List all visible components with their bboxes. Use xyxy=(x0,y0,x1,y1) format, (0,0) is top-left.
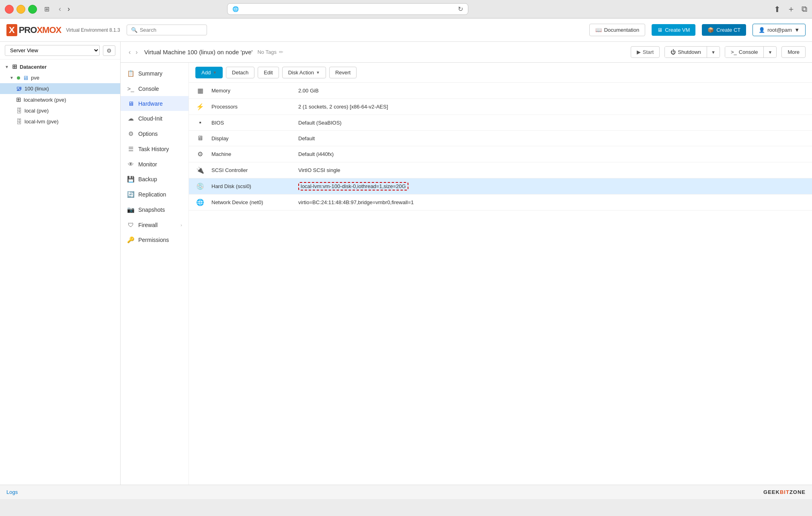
memory-icon: ▦ xyxy=(195,87,205,94)
console-icon: >_ xyxy=(127,85,134,92)
storage-lvm-icon: 🗄 xyxy=(16,118,22,125)
create-vm-icon: 🖥 xyxy=(657,27,662,33)
brand-geek: GEEK xyxy=(763,489,780,495)
back-button[interactable]: ‹ xyxy=(56,4,64,14)
table-row-hard-disk[interactable]: 💿 Hard Disk (scsi0) local-lvm:vm-100-dis… xyxy=(189,178,812,195)
table-row[interactable]: 🖥 Display Default xyxy=(189,131,812,146)
minimize-button[interactable] xyxy=(16,5,25,14)
sidebar-toggle-button[interactable]: ⊞ xyxy=(41,5,52,14)
console-main-button[interactable]: >_ Console xyxy=(725,47,764,57)
nav-item-hardware[interactable]: 🖥 Hardware xyxy=(121,96,189,111)
logo-x-icon: X xyxy=(6,24,17,36)
detach-label: Detach xyxy=(232,70,248,76)
vm-prev-button[interactable]: ‹ xyxy=(127,48,132,57)
tabs-overview-button[interactable]: ⧉ xyxy=(802,4,807,14)
vm-next-button[interactable]: › xyxy=(134,48,139,57)
create-ct-icon: 📦 xyxy=(707,27,714,33)
monitor-label: Monitor xyxy=(138,161,157,168)
nav-item-snapshots[interactable]: 📷 Snapshots xyxy=(121,202,189,217)
vm-nav-arrows: ‹ › xyxy=(127,48,139,57)
create-ct-button[interactable]: 📦 Create CT xyxy=(702,24,746,36)
tree-item-local-lvm[interactable]: 🗄 local-lvm (pve) xyxy=(0,116,120,127)
hw-row-value: VirtIO SCSI single xyxy=(298,167,806,173)
server-view-select[interactable]: Server View xyxy=(5,45,100,56)
user-icon: 👤 xyxy=(759,27,765,33)
nav-item-cloud-init[interactable]: ☁ Cloud-Init xyxy=(121,111,189,126)
tree-item-localnetwork[interactable]: ⊞ localnetwork (pve) xyxy=(0,94,120,105)
search-input[interactable] xyxy=(140,27,203,33)
nav-item-firewall[interactable]: 🛡 Firewall › xyxy=(121,217,189,232)
tree-item-datacenter[interactable]: ▼ ⊞ Datacenter xyxy=(0,61,120,72)
sidebar-settings-button[interactable]: ⚙ xyxy=(103,45,115,56)
reload-button[interactable]: ↻ xyxy=(458,5,463,13)
backup-icon: 💾 xyxy=(127,176,134,183)
table-row[interactable]: 🔌 SCSI Controller VirtIO SCSI single xyxy=(189,162,812,178)
local-lvm-label: local-lvm (pve) xyxy=(25,119,59,125)
tree-item-pve[interactable]: ▼ 🖥 pve xyxy=(0,72,120,83)
url-input[interactable]: https://pve.local:8006 xyxy=(242,6,455,12)
table-row[interactable]: 🌐 Network Device (net0) virtio=BC:24:11:… xyxy=(189,195,812,211)
nav-item-permissions[interactable]: 🔑 Permissions xyxy=(121,232,189,248)
logs-link[interactable]: Logs xyxy=(6,489,18,495)
book-icon: 📖 xyxy=(595,27,602,33)
forward-button[interactable]: › xyxy=(65,4,72,14)
nav-item-summary[interactable]: 📋 Summary xyxy=(121,66,189,81)
table-row[interactable]: ⚡ Processors 2 (1 sockets, 2 cores) [x86… xyxy=(189,99,812,115)
user-menu-button[interactable]: 👤 root@pam ▼ xyxy=(753,24,806,36)
nav-item-console[interactable]: >_ Console xyxy=(121,81,189,96)
brand-zone: ZONE xyxy=(789,489,806,495)
hw-row-name: SCSI Controller xyxy=(211,167,292,173)
revert-button[interactable]: Revert xyxy=(329,67,357,78)
hw-row-name: BIOS xyxy=(211,120,292,126)
main-layout: Server View ⚙ ▼ ⊞ Datacenter ▼ 🖥 pve xyxy=(0,42,812,485)
nav-item-backup[interactable]: 💾 Backup xyxy=(121,172,189,187)
tree-item-vm100[interactable]: 🖳 100 (linux) xyxy=(0,83,120,94)
cloud-init-label: Cloud-Init xyxy=(138,115,162,122)
table-row[interactable]: ▪ BIOS Default (SeaBIOS) xyxy=(189,115,812,131)
disk-action-button[interactable]: Disk Action ▼ xyxy=(282,67,326,78)
table-row[interactable]: ▦ Memory 2.00 GiB xyxy=(189,83,812,99)
cloud-icon: ☁ xyxy=(127,115,134,122)
chevron-down-icon: ▼ xyxy=(10,76,14,80)
table-row[interactable]: ⚙ Machine Default (i440fx) xyxy=(189,146,812,162)
browser-nav-arrows: ‹ › xyxy=(56,4,72,14)
storage-icon: 🗄 xyxy=(16,107,22,114)
more-button[interactable]: More xyxy=(781,46,806,58)
new-tab-button[interactable]: ＋ xyxy=(787,4,795,14)
nav-item-monitor[interactable]: 👁 Monitor xyxy=(121,157,189,172)
add-button[interactable]: Add ▼ xyxy=(195,67,223,78)
edit-tags-icon[interactable]: ✏ xyxy=(279,49,283,55)
chevron-down-icon: ▼ xyxy=(794,27,800,33)
logo-text: PROXMOX xyxy=(19,25,61,35)
task-history-label: Task History xyxy=(138,146,169,152)
share-button[interactable]: ⬆ xyxy=(774,4,781,14)
chevron-down-icon: ▼ xyxy=(5,65,9,69)
start-button[interactable]: ▶ Start xyxy=(631,46,660,58)
edit-button[interactable]: Edit xyxy=(258,67,279,78)
bios-icon: ▪ xyxy=(195,119,205,126)
brand-watermark: GEEKBITZONE xyxy=(763,489,806,495)
nav-item-options[interactable]: ⚙ Options xyxy=(121,126,189,141)
search-box[interactable]: 🔍 xyxy=(127,25,207,35)
permissions-label: Permissions xyxy=(138,237,169,243)
datacenter-label: Datacenter xyxy=(20,64,47,70)
nav-item-replication[interactable]: 🔄 Replication xyxy=(121,187,189,202)
address-bar[interactable]: 🌐 https://pve.local:8006 ↻ xyxy=(227,3,468,15)
brand-bit: BIT xyxy=(780,489,789,495)
shutdown-main-button[interactable]: ⏻ Shutdown xyxy=(665,47,707,57)
shutdown-label: Shutdown xyxy=(678,49,701,55)
create-vm-button[interactable]: 🖥 Create VM xyxy=(652,24,695,36)
globe-icon: 🌐 xyxy=(232,6,239,12)
close-button[interactable] xyxy=(5,5,14,14)
hardware-icon: 🖥 xyxy=(127,100,134,107)
hw-table: ▦ Memory 2.00 GiB ⚡ Processors 2 (1 sock… xyxy=(189,83,812,485)
maximize-button[interactable] xyxy=(28,5,37,14)
documentation-button[interactable]: 📖 Documentation xyxy=(589,24,645,36)
hw-row-value: Default xyxy=(298,135,806,141)
console-dropdown-button[interactable]: ▼ xyxy=(764,47,776,57)
proxmox-logo: X PROXMOX Virtual Environment 8.1.3 xyxy=(6,24,120,36)
shutdown-dropdown-button[interactable]: ▼ xyxy=(707,47,720,57)
tree-item-local[interactable]: 🗄 local (pve) xyxy=(0,105,120,116)
detach-button[interactable]: Detach xyxy=(226,67,254,78)
nav-item-task-history[interactable]: ☰ Task History xyxy=(121,141,189,157)
